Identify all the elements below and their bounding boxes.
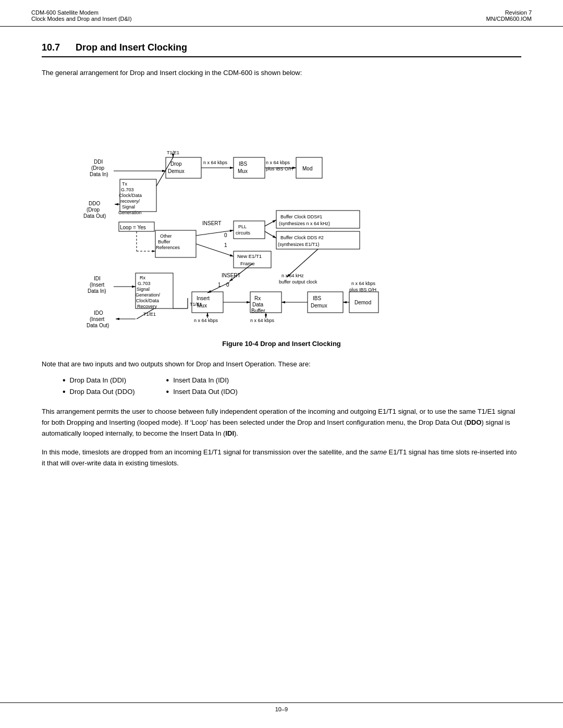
svg-text:T1/E1: T1/E1	[143, 312, 156, 317]
diagram-svg: DDI (Drop Data In) Tx G.703 Clock/Data r…	[78, 90, 485, 335]
svg-text:Data: Data	[252, 302, 264, 307]
svg-text:0: 0	[224, 232, 227, 238]
svg-text:Rx: Rx	[140, 275, 145, 280]
bullet-item-ido: • Insert Data Out (IDO)	[166, 388, 238, 396]
svg-rect-23	[234, 157, 265, 178]
svg-text:(synthesizes n x 64 kHz): (synthesizes n x 64 kHz)	[279, 221, 330, 226]
svg-line-52	[265, 220, 276, 226]
svg-text:n x 64 kHz: n x 64 kHz	[282, 273, 304, 278]
bullet-item-idi: • Insert Data In (IDI)	[166, 376, 238, 385]
svg-text:Drop: Drop	[170, 161, 182, 167]
svg-text:Buffer: Buffer	[158, 239, 170, 244]
svg-text:Mux: Mux	[197, 303, 207, 309]
svg-line-43	[196, 230, 234, 236]
svg-text:Demux: Demux	[168, 168, 185, 174]
svg-text:plus IBS O/H: plus IBS O/H	[349, 287, 376, 292]
bullets-container: • Drop Data In (DDI) • Drop Data Out (DD…	[42, 376, 521, 396]
svg-text:Other: Other	[160, 233, 172, 239]
header-product: CDM-600 Satellite Modem	[31, 9, 132, 16]
svg-text:Rx: Rx	[254, 295, 261, 301]
svg-text:n x 64 kbps: n x 64 kbps	[351, 281, 376, 286]
svg-text:n x 64 kbps: n x 64 kbps	[250, 318, 275, 323]
svg-text:(Insert: (Insert	[90, 316, 105, 322]
bullet-item-ddo: • Drop Data Out (DDO)	[63, 388, 135, 396]
svg-text:n x 64 kbps: n x 64 kbps	[194, 318, 218, 323]
bullet-col-left: • Drop Data In (DDI) • Drop Data Out (DD…	[63, 376, 135, 396]
header-left: CDM-600 Satellite Modem Clock Modes and …	[31, 9, 132, 22]
svg-text:Insert: Insert	[197, 295, 210, 301]
svg-text:Demux: Demux	[311, 303, 327, 309]
svg-text:Data In): Data In)	[90, 171, 108, 177]
note-paragraph: Note that are two inputs and two outputs…	[42, 359, 521, 369]
svg-text:References: References	[156, 245, 180, 250]
main-content: 10.7Drop and Insert Clocking The general…	[0, 27, 563, 498]
svg-text:DDO: DDO	[89, 201, 100, 206]
intro-paragraph: The general arrangement for Drop and Ins…	[42, 68, 521, 78]
svg-text:INSERT: INSERT	[202, 220, 222, 226]
bullet-col-right: • Insert Data In (IDI) • Insert Data Out…	[166, 376, 238, 396]
svg-text:Buffer: Buffer	[251, 308, 265, 314]
svg-text:recovery/: recovery/	[120, 199, 140, 204]
svg-text:G.703: G.703	[121, 187, 134, 192]
svg-text:Data Out): Data Out)	[87, 323, 109, 328]
svg-text:Data Out): Data Out)	[83, 213, 106, 219]
svg-text:Buffer Clock DDS #2: Buffer Clock DDS #2	[280, 235, 324, 240]
svg-text:(Drop: (Drop	[91, 165, 104, 171]
page-footer: 10–9	[0, 702, 563, 712]
svg-text:(synthesizes E1/T1): (synthesizes E1/T1)	[278, 242, 320, 247]
header-revision: Revision 7	[505, 9, 532, 16]
header-doc-number: MN/CDM600.IOM	[486, 16, 532, 22]
svg-text:(Drop: (Drop	[87, 207, 100, 213]
diagram-container: DDI (Drop Data In) Tx G.703 Clock/Data r…	[42, 90, 521, 335]
page-header: CDM-600 Satellite Modem Clock Modes and …	[0, 0, 563, 27]
svg-text:Signal: Signal	[137, 287, 150, 292]
svg-text:IBS: IBS	[239, 161, 247, 167]
svg-text:IBS: IBS	[313, 295, 321, 301]
bullet-item-ddi: • Drop Data In (DDI)	[63, 376, 135, 385]
svg-text:Loop = Yes: Loop = Yes	[120, 225, 146, 230]
bullet-ddi-label: Drop Data In (DDI)	[70, 376, 126, 384]
svg-text:Data In): Data In)	[88, 288, 106, 294]
page-number: 10–9	[275, 706, 288, 712]
svg-text:Demod: Demod	[354, 300, 371, 305]
diagram-caption: Figure 10-4 Drop and Insert Clocking	[42, 340, 521, 348]
bullet-idi-label: Insert Data In (IDI)	[173, 376, 229, 384]
svg-text:G.703: G.703	[138, 281, 151, 286]
svg-text:n x 64 kbps: n x 64 kbps	[266, 160, 290, 165]
svg-text:Mod: Mod	[302, 166, 312, 171]
svg-text:1: 1	[224, 242, 227, 248]
header-section-name: Clock Modes and Drop and Insert (D&I)	[31, 16, 132, 22]
svg-text:IDO: IDO	[94, 310, 103, 316]
paragraph-2: In this mode, timeslots are dropped from…	[42, 447, 521, 469]
svg-text:Generation/: Generation/	[136, 292, 161, 298]
paragraph-1: This arrangement permits the user to cho…	[42, 406, 521, 439]
svg-text:Clock/Data: Clock/Data	[119, 193, 142, 198]
svg-text:circuits: circuits	[236, 230, 251, 236]
section-title: 10.7Drop and Insert Clocking	[42, 42, 521, 57]
svg-text:Clock/Data: Clock/Data	[136, 298, 159, 303]
svg-text:Buffer Clock DDS#1: Buffer Clock DDS#1	[280, 214, 322, 219]
svg-text:Frame: Frame	[240, 261, 254, 266]
svg-text:INSERT: INSERT	[222, 273, 241, 278]
svg-text:T1/E1: T1/E1	[167, 150, 179, 155]
svg-text:(Insert: (Insert	[90, 282, 105, 288]
svg-text:Generation: Generation	[118, 210, 142, 215]
svg-text:Recovery: Recovery	[137, 304, 157, 309]
bullet-ido-label: Insert Data Out (IDO)	[173, 388, 238, 396]
header-right: Revision 7 MN/CDM600.IOM	[486, 9, 532, 22]
svg-text:plus IBS O/H: plus IBS O/H	[266, 166, 293, 171]
svg-text:DDI: DDI	[94, 159, 103, 165]
svg-line-57	[196, 244, 234, 256]
svg-line-53	[265, 231, 276, 238]
svg-text:New E1/T1: New E1/T1	[237, 253, 262, 259]
svg-text:IDI: IDI	[94, 276, 101, 281]
svg-text:PLL: PLL	[238, 224, 247, 229]
bullet-ddo-label: Drop Data Out (DDO)	[70, 388, 135, 396]
svg-text:Signal: Signal	[122, 204, 135, 209]
svg-text:buffer output clock: buffer output clock	[279, 279, 317, 285]
svg-text:Mux: Mux	[238, 168, 248, 174]
svg-text:n x 64 kbps: n x 64 kbps	[203, 160, 228, 165]
svg-text:Tx: Tx	[122, 181, 127, 187]
svg-rect-92	[308, 292, 343, 313]
